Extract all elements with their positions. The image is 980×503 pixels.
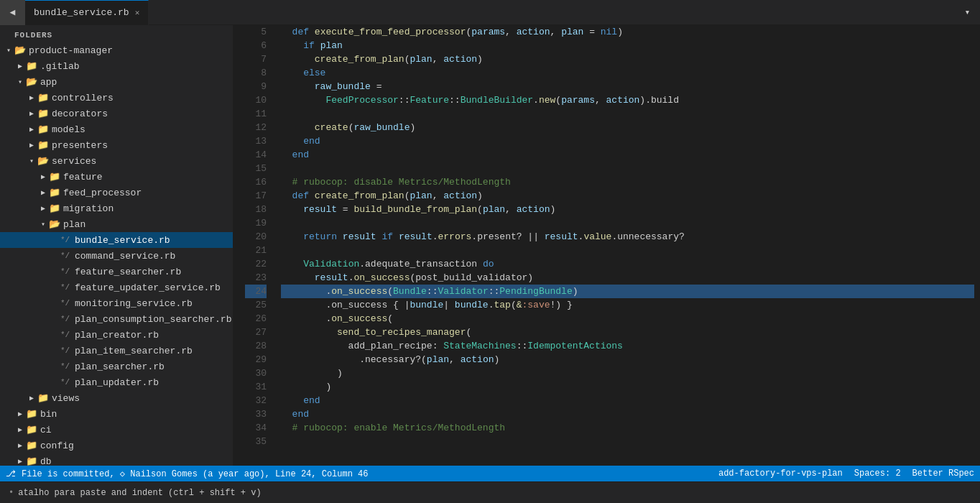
tree-item-decorators[interactable]: ▶📁decorators: [0, 106, 233, 121]
tree-label-models: models: [52, 124, 85, 135]
tree-item-feed_processor[interactable]: ▶📁feed_processor: [0, 185, 233, 200]
tree-item-gitlab[interactable]: ▶📁.gitlab: [0, 58, 233, 74]
tree-label-views: views: [52, 393, 80, 404]
code-line-21: [281, 244, 974, 257]
branch-right: add-factory-for-vps-plan: [718, 469, 843, 479]
tree-item-views[interactable]: ▶📁views: [0, 390, 233, 406]
tree-item-feature[interactable]: ▶📁feature: [0, 169, 233, 185]
file-icon-bundle_service_rb: */: [60, 236, 72, 244]
folder-arrow-feed_processor: ▶: [37, 188, 49, 197]
folder-icon-views: 📁: [37, 392, 49, 404]
folder-arrow-db: ▶: [14, 457, 26, 466]
tree-item-command_service_rb[interactable]: */command_service.rb: [0, 248, 233, 264]
tree-label-app: app: [40, 77, 57, 88]
code-line-22: Validation.adequate_transaction do: [281, 257, 974, 271]
tab-bundle-service[interactable]: bundle_service.rb ✕: [25, 0, 149, 25]
tree-item-monitoring_service_rb[interactable]: */monitoring_service.rb: [0, 295, 233, 311]
file-icon-plan_searcher_rb: */: [60, 362, 72, 371]
folder-icon-plan: 📂: [49, 218, 60, 230]
folder-icon-product-manager: 📂: [14, 45, 26, 56]
code-line-20: return result if result.errors.present? …: [281, 230, 974, 244]
tree-label-config: config: [40, 440, 74, 451]
file-icon-command_service_rb: */: [60, 251, 72, 260]
code-line-26: .on_success(: [281, 312, 974, 326]
tab-arrow-left[interactable]: ◀: [0, 0, 25, 25]
file-icon-plan_creator_rb: */: [60, 331, 72, 339]
folder-arrow-presenters: ▶: [26, 141, 37, 149]
folder-icon-gitlab: 📁: [26, 60, 37, 72]
tree-label-plan_searcher_rb: plan_searcher.rb: [75, 361, 165, 372]
tree-item-feature_searcher_rb[interactable]: */feature_searcher.rb: [0, 264, 233, 280]
code-line-12: create(raw_bundle): [281, 121, 974, 134]
code-line-27: send_to_recipes_manager(: [281, 326, 974, 339]
folder-arrow-controllers: ▶: [26, 93, 37, 102]
folder-arrow-decorators: ▶: [26, 109, 37, 118]
code-line-30: ): [281, 366, 974, 380]
tree-item-config[interactable]: ▶📁config: [0, 438, 233, 453]
tree-item-controllers[interactable]: ▶📁controllers: [0, 90, 233, 106]
tree-item-db[interactable]: ▶📁db: [0, 453, 233, 466]
tree-item-app[interactable]: ▾📂app: [0, 74, 233, 90]
folder-icon-services: 📂: [37, 155, 49, 167]
folder-arrow-bin: ▶: [14, 410, 26, 418]
tree-label-plan_item_searcher_rb: plan_item_searcher.rb: [75, 346, 193, 356]
tree-item-ci[interactable]: ▶📁ci: [0, 422, 233, 438]
tree-item-plan[interactable]: ▾📂plan: [0, 216, 233, 232]
tree-label-feature: feature: [63, 172, 103, 183]
code-content[interactable]: def execute_from_feed_processor(params, …: [275, 25, 980, 466]
tree-item-bin[interactable]: ▶📁bin: [0, 406, 233, 422]
tree-item-plan_updater_rb[interactable]: */plan_updater.rb: [0, 374, 233, 390]
file-icon-plan_consumption_searcher_rb: */: [60, 315, 72, 323]
tree-item-plan_creator_rb[interactable]: */plan_creator.rb: [0, 327, 233, 343]
tab-close-button[interactable]: ✕: [135, 8, 140, 17]
hint-bar: • atalho para paste and indent (ctrl + s…: [0, 481, 980, 503]
file-icon-plan_updater_rb: */: [60, 378, 72, 387]
folder-arrow-services: ▾: [26, 157, 37, 165]
tab-dropdown[interactable]: ▾: [955, 0, 980, 25]
code-line-23: result.on_success(post_build_validator): [281, 271, 974, 285]
tree-label-gitlab: .gitlab: [40, 61, 80, 72]
tree-item-bundle_service_rb[interactable]: */bundle_service.rb: [0, 232, 233, 248]
code-line-31: ): [281, 380, 974, 394]
folder-arrow-migration: ▶: [37, 204, 49, 213]
code-area[interactable]: 5678910111213141516171819202122232425262…: [234, 25, 980, 466]
code-line-8: else: [281, 66, 974, 80]
code-line-5: def execute_from_feed_processor(params, …: [281, 25, 974, 39]
tree-item-models[interactable]: ▶📁models: [0, 121, 233, 137]
folder-icon-app: 📂: [26, 76, 37, 88]
main-layout: FOLDERS ▾📂product-manager▶📁.gitlab▾📂app▶…: [0, 25, 980, 466]
folder-icon-ci: 📁: [26, 424, 37, 435]
folder-icon-decorators: 📁: [37, 108, 49, 119]
tree-item-product-manager[interactable]: ▾📂product-manager: [0, 42, 233, 58]
tree-item-feature_updater_service_rb[interactable]: */feature_updater_service.rb: [0, 280, 233, 295]
tree-item-plan_item_searcher_rb[interactable]: */plan_item_searcher.rb: [0, 343, 233, 359]
tree-item-migration[interactable]: ▶📁migration: [0, 200, 233, 216]
tree-label-bin: bin: [40, 409, 57, 420]
tree-label-plan_creator_rb: plan_creator.rb: [75, 330, 159, 341]
file-tree: ▾📂product-manager▶📁.gitlab▾📂app▶📁control…: [0, 42, 233, 466]
folder-arrow-app: ▾: [14, 78, 26, 86]
code-line-28: add_plan_recipe: StateMachines::Idempote…: [281, 339, 974, 353]
tab-label: bundle_service.rb: [34, 7, 129, 18]
folder-icon-feature: 📁: [49, 171, 60, 183]
tree-label-feature_searcher_rb: feature_searcher.rb: [75, 267, 181, 277]
tree-label-controllers: controllers: [52, 93, 114, 103]
code-line-15: [281, 162, 974, 175]
code-line-10: FeedProcessor::Feature::BundleBuilder.ne…: [281, 93, 974, 107]
folder-arrow-feature: ▶: [37, 172, 49, 181]
file-icon-feature_updater_service_rb: */: [60, 283, 72, 292]
tree-item-plan_searcher_rb[interactable]: */plan_searcher.rb: [0, 359, 233, 374]
tab-bar: ◀ bundle_service.rb ✕ ▾: [0, 0, 980, 25]
tree-item-services[interactable]: ▾📂services: [0, 153, 233, 169]
code-line-11: [281, 107, 974, 121]
tree-item-plan_consumption_searcher_rb[interactable]: */plan_consumption_searcher.rb: [0, 311, 233, 327]
tree-label-ci: ci: [40, 425, 52, 435]
tree-label-plan_consumption_searcher_rb: plan_consumption_searcher.rb: [75, 314, 231, 325]
tree-item-presenters[interactable]: ▶📁presenters: [0, 137, 233, 153]
code-line-13: end: [281, 134, 974, 148]
folder-arrow-product-manager: ▾: [3, 46, 14, 55]
tree-label-migration: migration: [63, 203, 114, 214]
status-left: ⎇ File is committed, ◇ Nailson Gomes (a …: [6, 469, 369, 479]
code-line-24: .on_success(Bundle::Validator::PendingBu…: [281, 285, 974, 298]
tree-label-command_service_rb: command_service.rb: [75, 251, 175, 262]
